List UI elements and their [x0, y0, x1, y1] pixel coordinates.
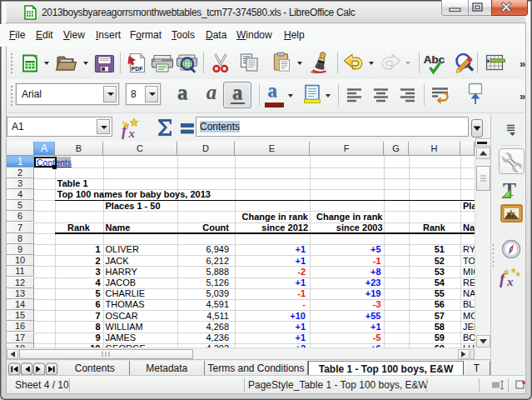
svg-text:*: * [522, 379, 526, 389]
svg-text:Abc: Abc [424, 53, 445, 66]
svg-text:x: x [506, 275, 514, 288]
svg-text:x: x [128, 127, 136, 139]
svg-text:PDF: PDF [132, 66, 144, 72]
